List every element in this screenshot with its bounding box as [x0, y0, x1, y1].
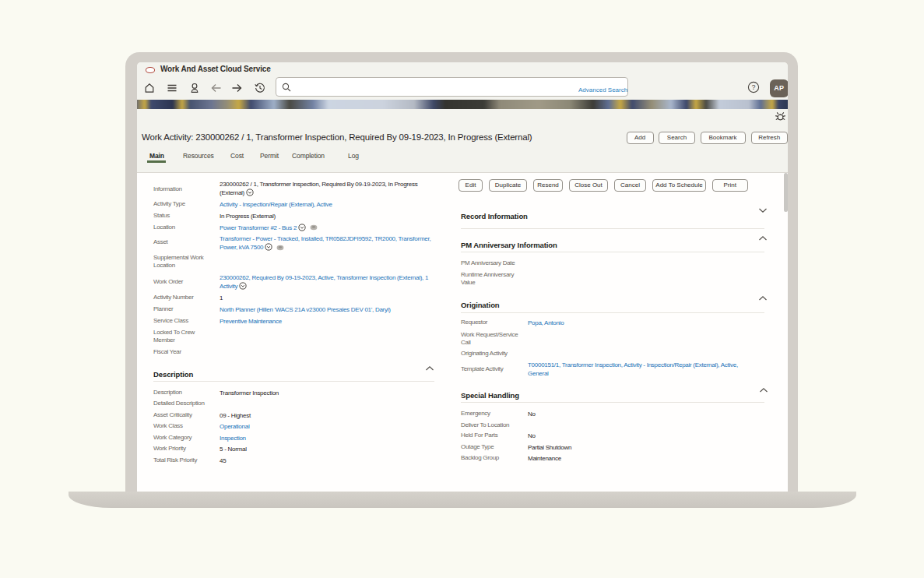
svg-text:?: ?	[751, 83, 755, 91]
